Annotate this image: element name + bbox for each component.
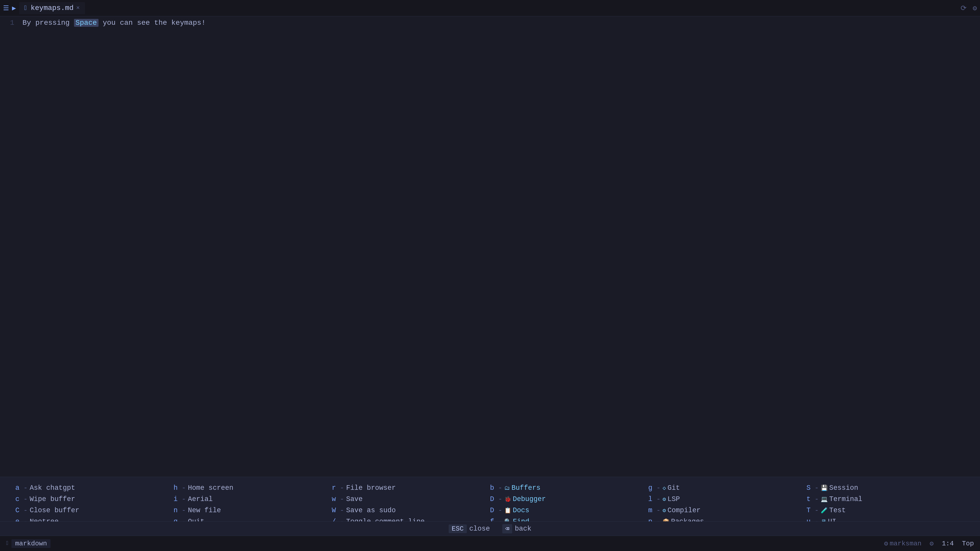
keymap-col-4: b - 🗂 Buffers D - 🐞 Debugger D - 📋 Docs … xyxy=(490,484,648,526)
status-file-icon: 󰠮 xyxy=(6,540,10,547)
keymap-col-6: S - 💾 Session t - 💻 Terminal T - 🧪 Test … xyxy=(807,484,965,526)
back-label: back xyxy=(515,525,531,533)
status-left: 󰠮 markdown xyxy=(6,539,51,548)
keymap-col-2: h - Home screen i - Aerial n - New file … xyxy=(173,484,332,526)
session-icon: 💾 xyxy=(821,485,828,492)
settings-icon[interactable]: ⚙ xyxy=(973,4,977,13)
space-keyword: Space xyxy=(74,19,99,27)
keymap-item-g: g - ◇ Git xyxy=(648,484,807,492)
keymap-col-3: r - File browser w - Save W - Save as su… xyxy=(332,484,490,526)
keymap-item-r: r - File browser xyxy=(332,484,490,492)
esc-key[interactable]: ESC xyxy=(449,524,467,533)
status-mode: markdown xyxy=(11,539,51,548)
status-position: 1:4 xyxy=(942,540,954,548)
terminal-icon: 💻 xyxy=(821,496,828,503)
keymap-item-c: c - Wipe buffer xyxy=(15,495,173,503)
lsp-icon: ⚙ xyxy=(662,496,666,503)
keymap-item-D-debugger: D - 🐞 Debugger xyxy=(490,495,648,503)
line-content-1: By pressing Space you can see the keymap… xyxy=(21,19,980,27)
keymap-item-S: S - 💾 Session xyxy=(807,484,965,492)
play-icon[interactable]: ▶ xyxy=(12,4,16,12)
hint-bar: ESC close ⌫ back xyxy=(0,521,980,536)
keymap-item-C: C - Close buffer xyxy=(15,507,173,514)
editor: 1 By pressing Space you can see the keym… xyxy=(0,16,980,34)
line-number-1: 1 xyxy=(0,19,21,27)
status-right: ⚙ marksman ⚙ 1:4 Top xyxy=(884,540,974,548)
tab-file-icon: 󰠮 xyxy=(24,4,28,12)
keymap-grid: a - Ask chatgpt c - Wipe buffer C - Clos… xyxy=(15,484,965,526)
status-ls: ⚙ xyxy=(930,540,934,548)
editor-line-1: 1 By pressing Space you can see the keym… xyxy=(0,18,980,32)
tab-label: keymaps.md xyxy=(30,4,73,12)
toolbar-right: ⟳ ⚙ xyxy=(961,4,977,13)
status-scroll: Top xyxy=(962,540,974,548)
docs-icon: 📋 xyxy=(504,507,511,514)
keymap-item-l: l - ⚙ LSP xyxy=(648,495,807,503)
keymap-item-w: w - Save xyxy=(332,495,490,503)
git-icon: ◇ xyxy=(662,485,666,492)
menu-icon[interactable]: ☰ xyxy=(3,4,9,12)
keymap-item-n: n - New file xyxy=(173,507,332,514)
ls-icon: ⚙ xyxy=(930,540,934,548)
hint-close: ESC close xyxy=(449,524,490,533)
test-icon: 🧪 xyxy=(821,507,828,514)
status-settings: ⚙ marksman xyxy=(884,540,921,548)
keymap-col-5: g - ◇ Git l - ⚙ LSP m - ⚙ Compiler p - 📦 xyxy=(648,484,807,526)
backspace-key[interactable]: ⌫ xyxy=(502,524,512,534)
close-label: close xyxy=(469,525,490,533)
debugger-icon: 🐞 xyxy=(504,496,511,503)
keymap-item-W: W - Save as sudo xyxy=(332,507,490,514)
tab-close-button[interactable]: × xyxy=(76,5,80,11)
tab-keymaps-md[interactable]: 󰠮 keymaps.md × xyxy=(19,2,85,14)
keymap-item-i: i - Aerial xyxy=(173,495,332,503)
keymap-item-h: h - Home screen xyxy=(173,484,332,492)
keymap-col-1: a - Ask chatgpt c - Wipe buffer C - Clos… xyxy=(15,484,173,526)
status-bar: 󰠮 markdown ⚙ marksman ⚙ 1:4 Top xyxy=(0,536,980,551)
refresh-icon[interactable]: ⟳ xyxy=(961,4,966,13)
keymap-item-a: a - Ask chatgpt xyxy=(15,484,173,492)
keymap-item-b: b - 🗂 Buffers xyxy=(490,484,648,492)
buffers-icon: 🗂 xyxy=(504,485,510,492)
line-text-suffix: you can see the keymaps! xyxy=(99,19,206,27)
keymap-item-t: t - 💻 Terminal xyxy=(807,495,965,503)
tab-bar: ☰ ▶ 󰠮 keymaps.md × ⟳ ⚙ xyxy=(0,0,980,16)
keymap-item-m: m - ⚙ Compiler xyxy=(648,507,807,514)
keymap-item-T: T - 🧪 Test xyxy=(807,507,965,514)
keymap-item-D-docs: D - 📋 Docs xyxy=(490,507,648,514)
line-text-prefix: By pressing xyxy=(22,19,74,27)
settings-status-icon: ⚙ xyxy=(884,540,888,548)
compiler-icon: ⚙ xyxy=(662,507,666,514)
hint-back: ⌫ back xyxy=(502,524,531,534)
